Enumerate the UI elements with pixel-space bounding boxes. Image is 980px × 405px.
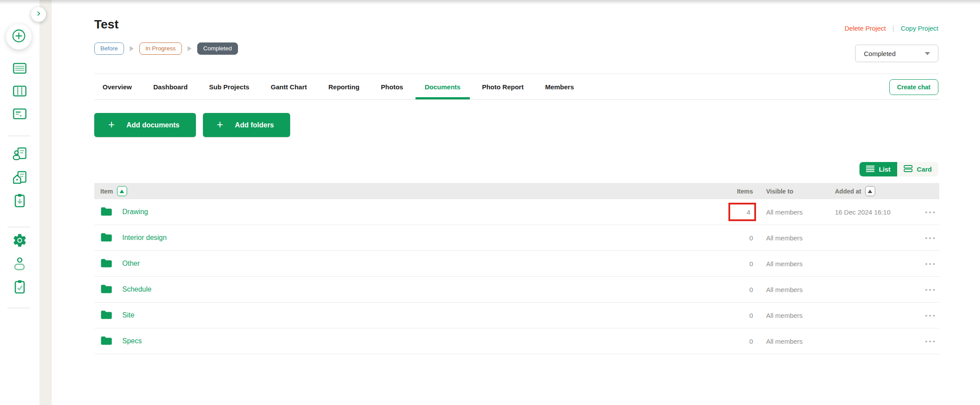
added-at-cell: 16 Dec 2024 16:10 — [820, 208, 915, 216]
folder-link[interactable]: Interior design — [94, 232, 703, 243]
folder-name: Drawing — [122, 208, 148, 216]
stage-badge-completed[interactable]: Completed — [197, 42, 238, 55]
tab-reporting[interactable]: Reporting — [328, 74, 359, 99]
folder-name: Interior design — [122, 234, 167, 242]
project-actions: Delete Project | Copy Project — [845, 25, 938, 32]
page-title: Test — [94, 18, 119, 32]
create-chat-button[interactable]: Create chat — [889, 79, 938, 95]
tab-members[interactable]: Members — [545, 74, 574, 99]
table-header-row: Item Items Visible to Added at — [94, 183, 939, 199]
folder-link[interactable]: Other — [94, 258, 703, 269]
folder-name: Other — [122, 260, 140, 268]
profile-person-icon — [12, 256, 28, 274]
stage-arrow-icon — [130, 46, 134, 51]
sidebar-item-projects[interactable] — [11, 171, 28, 186]
sidebar-background-strip — [39, 0, 52, 405]
row-menu-button[interactable]: ••• — [925, 286, 937, 293]
expand-chevron-icon — [36, 11, 42, 18]
chevron-down-icon — [925, 52, 930, 55]
sidebar-item-settings[interactable] — [11, 234, 28, 249]
link-separator: | — [892, 25, 894, 32]
row-menu-button[interactable]: ••• — [925, 338, 937, 345]
sidebar-item-clients[interactable] — [11, 148, 28, 162]
sort-item-button[interactable] — [117, 186, 127, 196]
items-count: 0 — [749, 338, 753, 345]
tab-gantt-chart[interactable]: Gantt Chart — [271, 74, 307, 99]
folder-link[interactable]: Drawing — [94, 207, 703, 218]
documents-toolbar: + Add documents + Add folders — [94, 113, 290, 137]
sidebar-item-profile[interactable] — [11, 257, 28, 272]
items-count-cell: 0 — [703, 286, 753, 293]
visible-to-cell: All members — [753, 234, 820, 242]
folder-name: Schedule — [122, 285, 152, 293]
stage-badge-in-progress[interactable]: In Progress — [139, 42, 182, 55]
view-toggle-card[interactable]: Card — [897, 162, 938, 176]
tab-photo-report[interactable]: Photo Report — [482, 74, 524, 99]
sort-added-at-button[interactable] — [865, 186, 875, 196]
items-count: 0 — [749, 260, 753, 268]
tab-sub-projects[interactable]: Sub Projects — [209, 74, 249, 99]
row-menu-button[interactable]: ••• — [925, 208, 937, 216]
checklist-icon — [12, 279, 28, 296]
add-documents-button[interactable]: + Add documents — [94, 113, 196, 137]
table-row: Drawing 4 All members 16 Dec 2024 16:10 … — [94, 199, 939, 225]
folder-name: Site — [122, 311, 135, 319]
sidebar-item-checklist[interactable] — [11, 280, 28, 295]
items-count-cell: 0 — [703, 234, 753, 242]
sidebar-item-tasks-inbox[interactable] — [11, 194, 28, 209]
row-menu-button[interactable]: ••• — [925, 312, 937, 319]
row-menu-button[interactable]: ••• — [925, 260, 937, 268]
items-count: 0 — [749, 312, 753, 319]
delete-project-link[interactable]: Delete Project — [845, 25, 886, 32]
visible-to-cell: All members — [753, 338, 820, 345]
plus-icon: + — [217, 119, 224, 130]
tab-documents[interactable]: Documents — [425, 74, 461, 99]
items-count-cell: 0 — [703, 260, 753, 268]
table-row: Specs 0 All members ••• — [94, 328, 939, 354]
view-toggle-list[interactable]: List — [859, 162, 897, 176]
annotation-highlight-box: 4 — [728, 203, 756, 221]
add-plus-icon — [9, 26, 28, 47]
add-new-button[interactable] — [6, 24, 32, 49]
items-count-cell: 0 — [703, 338, 753, 345]
table-row: Schedule 0 All members ••• — [94, 277, 939, 303]
sidebar-item-table-view[interactable] — [11, 62, 28, 77]
folder-link[interactable]: Specs — [94, 336, 703, 347]
tab-overview[interactable]: Overview — [103, 74, 132, 99]
folder-icon — [100, 207, 112, 218]
tab-photos[interactable]: Photos — [381, 74, 403, 99]
project-status-value: Completed — [864, 50, 896, 57]
add-folders-button[interactable]: + Add folders — [203, 113, 291, 137]
folder-name: Specs — [122, 337, 142, 345]
card-view-icon — [904, 165, 913, 173]
items-count: 0 — [749, 234, 753, 242]
sort-asc-icon — [868, 190, 872, 193]
folder-icon — [100, 336, 112, 347]
sidebar-divider — [7, 308, 30, 308]
stage-badge-before[interactable]: Before — [94, 42, 124, 55]
project-status-dropdown[interactable]: Completed — [855, 45, 938, 62]
table-row: Site 0 All members ••• — [94, 303, 939, 328]
folder-link[interactable]: Site — [94, 310, 703, 321]
list-view-icon — [866, 166, 874, 173]
sort-asc-icon — [120, 190, 124, 193]
folder-link[interactable]: Schedule — [94, 284, 703, 295]
row-menu-button[interactable]: ••• — [925, 234, 937, 242]
sidebar — [0, 0, 39, 405]
items-count-cell: 0 — [703, 312, 753, 319]
table-row: Interior design 0 All members ••• — [94, 225, 939, 251]
sidebar-expand-button[interactable] — [31, 7, 46, 22]
add-documents-label: Add documents — [127, 121, 180, 129]
sidebar-item-notes[interactable] — [11, 107, 28, 122]
tabs-list: OverviewDashboardSub ProjectsGantt Chart… — [103, 74, 574, 99]
stage-arrow-icon — [188, 46, 192, 51]
sidebar-item-board-view[interactable] — [11, 85, 28, 99]
visible-to-cell: All members — [753, 312, 820, 319]
copy-project-link[interactable]: Copy Project — [901, 25, 938, 32]
table-body: Drawing 4 All members 16 Dec 2024 16:10 … — [94, 199, 939, 354]
tab-dashboard[interactable]: Dashboard — [153, 74, 188, 99]
column-header-visible-to: Visible to — [753, 188, 820, 195]
add-folders-label: Add folders — [235, 121, 274, 129]
main-content: Test Before In Progress Completed Delete… — [94, 0, 939, 405]
documents-table: Item Items Visible to Added at Drawing 4… — [94, 183, 939, 354]
